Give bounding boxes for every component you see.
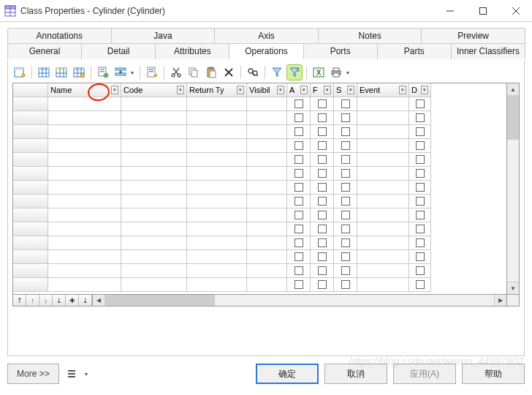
grid-cell[interactable] bbox=[334, 222, 357, 236]
grid-cell[interactable] bbox=[409, 167, 431, 181]
row-header[interactable] bbox=[13, 97, 48, 111]
column-header-Visibil[interactable]: Visibil bbox=[247, 83, 287, 97]
checkbox-icon[interactable] bbox=[318, 266, 327, 275]
grid-cell[interactable] bbox=[247, 97, 287, 111]
print-icon[interactable] bbox=[329, 65, 343, 80]
tab-annotations[interactable]: Annotations bbox=[7, 28, 112, 43]
grid-cell[interactable] bbox=[247, 264, 287, 278]
grid-cell[interactable] bbox=[357, 97, 409, 111]
checkbox-icon[interactable] bbox=[341, 113, 350, 122]
grid-cell[interactable] bbox=[287, 167, 311, 181]
grid-cell[interactable] bbox=[247, 181, 287, 195]
column-filter-F[interactable] bbox=[324, 86, 331, 94]
grid-cell[interactable] bbox=[187, 208, 247, 222]
grid-cell[interactable] bbox=[247, 153, 287, 167]
grid-cell[interactable] bbox=[187, 153, 247, 167]
row-header[interactable] bbox=[13, 125, 48, 139]
grid-cell[interactable] bbox=[48, 111, 121, 125]
checkbox-icon[interactable] bbox=[294, 225, 303, 233]
nav-prev-button[interactable]: ↑ bbox=[26, 295, 39, 306]
grid-cell[interactable] bbox=[121, 264, 187, 278]
operations-grid[interactable]: NameCodeReturn TyVisibilAFSEventD bbox=[12, 83, 507, 295]
maximize-button[interactable] bbox=[466, 0, 499, 22]
checkbox-icon[interactable] bbox=[416, 99, 425, 108]
checkbox-icon[interactable] bbox=[318, 252, 327, 261]
scroll-left-button[interactable]: ◀ bbox=[93, 295, 105, 306]
grid-cell[interactable] bbox=[121, 111, 187, 125]
grid-cell[interactable] bbox=[357, 195, 409, 208]
grid-cell[interactable] bbox=[357, 125, 409, 139]
grid-cell[interactable] bbox=[357, 264, 409, 278]
grid-cell[interactable] bbox=[287, 236, 311, 250]
column-header-Return Ty[interactable]: Return Ty bbox=[187, 83, 247, 97]
grid-cell[interactable] bbox=[247, 278, 287, 292]
menu-dropdown[interactable] bbox=[83, 366, 90, 381]
nav-last-button[interactable]: ⤓ bbox=[53, 295, 66, 306]
nav-first-button[interactable]: ⤒ bbox=[13, 295, 26, 306]
grid-cell[interactable] bbox=[187, 264, 247, 278]
cancel-button[interactable]: 取消 bbox=[324, 364, 387, 384]
grid-cell[interactable] bbox=[121, 222, 187, 236]
checkbox-icon[interactable] bbox=[318, 225, 327, 233]
column-filter-Code[interactable] bbox=[177, 86, 184, 94]
checkbox-icon[interactable] bbox=[416, 155, 425, 164]
checkbox-icon[interactable] bbox=[341, 155, 350, 164]
grid-cell[interactable] bbox=[247, 208, 287, 222]
grid-cell[interactable] bbox=[121, 97, 187, 111]
checkbox-icon[interactable] bbox=[318, 183, 327, 192]
grid-cell[interactable] bbox=[311, 264, 334, 278]
grid-cell[interactable] bbox=[357, 250, 409, 264]
grid-cell[interactable] bbox=[287, 97, 311, 111]
grid-cell[interactable] bbox=[187, 167, 247, 181]
checkbox-icon[interactable] bbox=[416, 238, 425, 247]
checkbox-icon[interactable] bbox=[416, 113, 425, 122]
checkbox-icon[interactable] bbox=[341, 99, 350, 108]
scroll-down-button[interactable]: ▼ bbox=[507, 282, 519, 294]
grid-cell[interactable] bbox=[121, 208, 187, 222]
grid-cell[interactable] bbox=[311, 97, 334, 111]
checkbox-icon[interactable] bbox=[341, 141, 350, 150]
grid-cell[interactable] bbox=[357, 111, 409, 125]
checkbox-icon[interactable] bbox=[294, 238, 303, 247]
grid-cell[interactable] bbox=[409, 125, 431, 139]
grid-cell[interactable] bbox=[187, 236, 247, 250]
grid-cell[interactable] bbox=[187, 278, 247, 292]
column-header-Name[interactable]: Name bbox=[48, 83, 121, 97]
column-filter-A[interactable] bbox=[300, 86, 308, 94]
grid-cell[interactable] bbox=[409, 181, 431, 195]
checkbox-icon[interactable] bbox=[416, 127, 425, 136]
row-header[interactable] bbox=[13, 111, 48, 125]
grid-cell[interactable] bbox=[409, 236, 431, 250]
grid1-icon[interactable] bbox=[37, 65, 51, 80]
grid-cell[interactable] bbox=[287, 153, 311, 167]
grid-cell[interactable] bbox=[247, 236, 287, 250]
checkbox-icon[interactable] bbox=[341, 197, 350, 206]
grid-cell[interactable] bbox=[247, 167, 287, 181]
checkbox-icon[interactable] bbox=[318, 169, 327, 178]
grid-cell[interactable] bbox=[121, 139, 187, 153]
grid-cell[interactable] bbox=[334, 111, 357, 125]
tab-parts[interactable]: Parts bbox=[377, 43, 452, 59]
checkbox-icon[interactable] bbox=[318, 155, 327, 164]
grid-cell[interactable] bbox=[409, 139, 431, 153]
filter-icon[interactable] bbox=[270, 65, 284, 80]
checkbox-icon[interactable] bbox=[294, 141, 303, 150]
grid2-icon[interactable] bbox=[54, 65, 69, 80]
horizontal-scrollbar[interactable]: ◀ ▶ bbox=[92, 294, 507, 306]
ok-button[interactable]: 确定 bbox=[256, 364, 319, 384]
checkbox-icon[interactable] bbox=[294, 183, 303, 192]
row-header[interactable] bbox=[13, 264, 48, 278]
grid-cell[interactable] bbox=[121, 250, 187, 264]
column-filter-Visibil[interactable] bbox=[277, 86, 284, 94]
grid-cell[interactable] bbox=[334, 264, 357, 278]
tab-inner-classifiers[interactable]: Inner Classifiers bbox=[451, 43, 525, 59]
checkbox-icon[interactable] bbox=[341, 252, 350, 261]
grid-cell[interactable] bbox=[48, 153, 121, 167]
column-header-row[interactable] bbox=[13, 83, 48, 97]
cut-icon[interactable] bbox=[169, 65, 183, 80]
grid-cell[interactable] bbox=[247, 125, 287, 139]
column-filter-Return Ty[interactable] bbox=[237, 86, 244, 94]
checkbox-icon[interactable] bbox=[416, 225, 425, 233]
nav-add-button[interactable]: ✚ bbox=[66, 295, 79, 306]
grid-cell[interactable] bbox=[311, 167, 334, 181]
